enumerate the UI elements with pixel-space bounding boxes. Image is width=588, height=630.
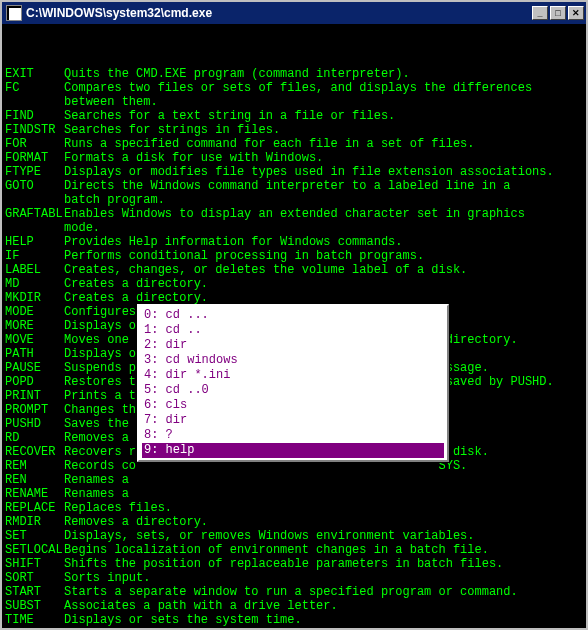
help-description: Provides Help information for Windows co… <box>64 235 583 249</box>
help-command: RECOVER <box>5 445 64 459</box>
help-command: FINDSTR <box>5 123 64 137</box>
help-description: Enables Windows to display an extended c… <box>64 207 583 221</box>
titlebar[interactable]: C:\WINDOWS\system32\cmd.exe _ □ ✕ <box>2 2 586 24</box>
help-command: FC <box>5 81 64 95</box>
help-command: PAUSE <box>5 361 64 375</box>
help-command: PRINT <box>5 389 64 403</box>
help-row: FCCompares two files or sets of files, a… <box>5 81 583 95</box>
help-command <box>5 193 64 207</box>
help-row: RMDIRRemoves a directory. <box>5 515 583 529</box>
help-description: Creates, changes, or deletes the volume … <box>64 263 583 277</box>
help-description: Sets the window title for a CMD.EXE sess… <box>64 627 583 628</box>
help-command: MD <box>5 277 64 291</box>
help-command: REN <box>5 473 64 487</box>
command-history-popup[interactable]: 0: cd ...1: cd ..2: dir3: cd windows4: d… <box>137 304 449 462</box>
help-command: START <box>5 585 64 599</box>
help-command: SORT <box>5 571 64 585</box>
help-command: TIME <box>5 613 64 627</box>
minimize-button[interactable]: _ <box>532 6 548 20</box>
help-row: SETDisplays, sets, or removes Windows en… <box>5 529 583 543</box>
help-row: FINDSTRSearches for strings in files. <box>5 123 583 137</box>
help-description: Renames a <box>64 487 583 501</box>
help-row: GRAFTABLEnables Windows to display an ex… <box>5 207 583 221</box>
help-description: Displays or modifies file types used in … <box>64 165 583 179</box>
help-description: Displays, sets, or removes Windows envir… <box>64 529 583 543</box>
help-description: Begins localization of environment chang… <box>64 543 583 557</box>
help-description: Starts a separate window to run a specif… <box>64 585 583 599</box>
help-command: GRAFTABL <box>5 207 64 221</box>
help-row: GOTODirects the Windows command interpre… <box>5 179 583 193</box>
help-description: Runs a specified command for each file i… <box>64 137 583 151</box>
help-command: PROMPT <box>5 403 64 417</box>
help-description: batch program. <box>64 193 583 207</box>
help-row: FINDSearches for a text string in a file… <box>5 109 583 123</box>
help-row: FTYPEDisplays or modifies file types use… <box>5 165 583 179</box>
help-command: MORE <box>5 319 64 333</box>
help-row: RENRenames a <box>5 473 583 487</box>
help-row: EXITQuits the CMD.EXE program (command i… <box>5 67 583 81</box>
help-description: Associates a path with a drive letter. <box>64 599 583 613</box>
history-item[interactable]: 5: cd ..0 <box>142 383 444 398</box>
help-command: REPLACE <box>5 501 64 515</box>
help-command: POPD <box>5 375 64 389</box>
help-description: Searches for a text string in a file or … <box>64 109 583 123</box>
help-command: MOVE <box>5 333 64 347</box>
help-row: SORTSorts input. <box>5 571 583 585</box>
help-command: EXIT <box>5 67 64 81</box>
help-description: Renames a <box>64 473 583 487</box>
window-title: C:\WINDOWS\system32\cmd.exe <box>26 6 532 20</box>
help-description: Displays or sets the system time. <box>64 613 583 627</box>
help-row: FORMATFormats a disk for use with Window… <box>5 151 583 165</box>
close-button[interactable]: ✕ <box>568 6 584 20</box>
help-command: REM <box>5 459 64 473</box>
help-command: HELP <box>5 235 64 249</box>
help-command: MODE <box>5 305 64 319</box>
help-row: TIMEDisplays or sets the system time. <box>5 613 583 627</box>
history-item[interactable]: 9: help <box>142 443 444 458</box>
help-command: SET <box>5 529 64 543</box>
help-description: Sorts input. <box>64 571 583 585</box>
help-description: Quits the CMD.EXE program (command inter… <box>64 67 583 81</box>
help-row: MKDIRCreates a directory. <box>5 291 583 305</box>
help-row: between them. <box>5 95 583 109</box>
help-command: FORMAT <box>5 151 64 165</box>
help-row: LABELCreates, changes, or deletes the vo… <box>5 263 583 277</box>
history-item[interactable]: 2: dir <box>142 338 444 353</box>
help-description: between them. <box>64 95 583 109</box>
help-command: PUSHD <box>5 417 64 431</box>
help-row: SUBSTAssociates a path with a drive lett… <box>5 599 583 613</box>
help-row: IFPerforms conditional processing in bat… <box>5 249 583 263</box>
history-item[interactable]: 8: ? <box>142 428 444 443</box>
help-description: Shifts the position of replaceable param… <box>64 557 583 571</box>
help-command: SHIFT <box>5 557 64 571</box>
help-command: PATH <box>5 347 64 361</box>
help-command: RMDIR <box>5 515 64 529</box>
help-command: IF <box>5 249 64 263</box>
help-description: Directs the Windows command interpreter … <box>64 179 583 193</box>
help-description: Performs conditional processing in batch… <box>64 249 583 263</box>
help-command: LABEL <box>5 263 64 277</box>
help-row: TITLESets the window title for a CMD.EXE… <box>5 627 583 628</box>
help-description: Formats a disk for use with Windows. <box>64 151 583 165</box>
help-command: RD <box>5 431 64 445</box>
help-description: mode. <box>64 221 583 235</box>
history-item[interactable]: 3: cd windows <box>142 353 444 368</box>
history-item[interactable]: 6: cls <box>142 398 444 413</box>
help-command: FTYPE <box>5 165 64 179</box>
help-row: RENAMERenames a <box>5 487 583 501</box>
help-command: SUBST <box>5 599 64 613</box>
help-row: batch program. <box>5 193 583 207</box>
help-row: REPLACEReplaces files. <box>5 501 583 515</box>
help-command: SETLOCAL <box>5 543 64 557</box>
history-item[interactable]: 7: dir <box>142 413 444 428</box>
window-buttons: _ □ ✕ <box>532 6 584 20</box>
maximize-button[interactable]: □ <box>550 6 566 20</box>
history-item[interactable]: 4: dir *.ini <box>142 368 444 383</box>
help-command: FOR <box>5 137 64 151</box>
history-item[interactable]: 0: cd ... <box>142 308 444 323</box>
cmd-icon[interactable] <box>6 5 22 21</box>
history-item[interactable]: 1: cd .. <box>142 323 444 338</box>
help-command: TITLE <box>5 627 64 628</box>
help-row: mode. <box>5 221 583 235</box>
help-row: FORRuns a specified command for each fil… <box>5 137 583 151</box>
